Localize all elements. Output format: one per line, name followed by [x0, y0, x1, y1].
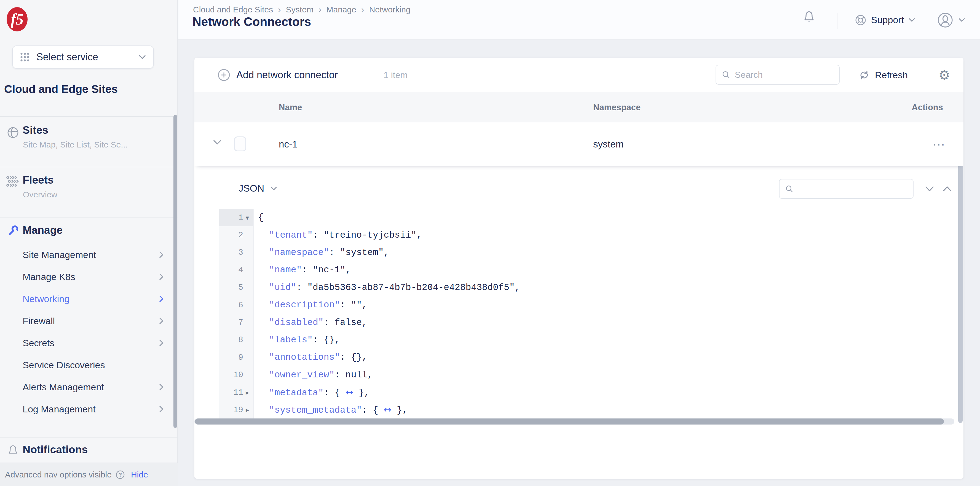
manage-submenu: Site ManagementManage K8sNetworkingFirew… — [0, 244, 178, 420]
table-search-input[interactable] — [735, 70, 834, 80]
code-token-punc: : — [329, 248, 340, 258]
sidebar-section-manage[interactable]: Manage — [0, 217, 178, 244]
sidebar-item-firewall[interactable]: Firewall — [0, 310, 178, 332]
sidebar-item-fleets-subtitle: Overview — [23, 190, 57, 199]
fold-toggle-icon[interactable]: ▾ — [243, 214, 251, 222]
notifications-bell-button[interactable] — [802, 10, 816, 24]
refresh-label: Refresh — [875, 70, 908, 81]
code-line[interactable]: 10 "owner_view": null, — [219, 366, 953, 384]
code-line-text[interactable]: "owner_view": null, — [254, 370, 373, 380]
refresh-icon — [858, 69, 870, 81]
line-gutter: 9 — [219, 349, 254, 366]
add-network-connector-button[interactable]: Add network connector — [218, 58, 338, 92]
column-header-name[interactable]: Name — [279, 92, 302, 122]
code-line-text[interactable]: "name": "nc-1", — [254, 265, 351, 275]
code-token-punc: : — [296, 283, 307, 293]
sidebar-item-manage-k8s[interactable]: Manage K8s — [0, 266, 178, 288]
code-token-punc — [258, 318, 269, 328]
vertical-scrollbar-thumb[interactable] — [958, 122, 963, 423]
select-service-button[interactable]: Select service — [12, 46, 154, 69]
code-line-text[interactable]: "description": "", — [254, 300, 367, 310]
code-token-punc — [258, 352, 269, 362]
wrench-icon — [6, 224, 19, 237]
breadcrumb-item[interactable]: Manage — [326, 5, 356, 14]
code-token-punc: : { — [324, 388, 345, 398]
horizontal-scrollbar-thumb[interactable] — [195, 418, 944, 424]
json-search-input[interactable] — [797, 184, 907, 194]
code-line-text[interactable]: "annotations": {}, — [254, 352, 367, 362]
support-menu[interactable]: Support — [854, 0, 915, 40]
sidebar-item-sites[interactable]: Sites Site Map, Site List, Site Se... — [0, 116, 178, 167]
code-token-punc: : — [324, 318, 335, 328]
sidebar-scrollbar[interactable] — [173, 115, 177, 428]
code-line[interactable]: 5 "uid": "da5b5363-ab87-4b7b-b204-e428b4… — [219, 279, 953, 296]
help-circle-icon[interactable]: ? — [116, 470, 125, 480]
sidebar-item-notifications[interactable]: Notifications — [0, 437, 178, 462]
breadcrumb-item[interactable]: System — [286, 5, 313, 14]
code-line-text[interactable]: "system_metadata": { ↔ }, — [254, 404, 408, 415]
column-header-namespace[interactable]: Namespace — [593, 92, 641, 122]
sidebar-item-site-management[interactable]: Site Management — [0, 244, 178, 266]
code-line[interactable]: 9 "annotations": {}, — [219, 349, 953, 366]
table-header: Name Namespace Actions — [194, 92, 964, 122]
f5-logo[interactable]: f5 — [6, 7, 27, 32]
sidebar-item-log-management[interactable]: Log Management — [0, 398, 178, 420]
row-checkbox[interactable] — [234, 137, 246, 151]
row-name[interactable]: nc-1 — [279, 122, 298, 166]
code-line[interactable]: 6 "description": "", — [219, 296, 953, 314]
code-line[interactable]: 2 "tenant": "treino-tyjcbsii", — [219, 226, 953, 244]
sidebar-item-alerts-management[interactable]: Alerts Management — [0, 376, 178, 398]
code-token-punc: : {}, — [340, 352, 367, 362]
breadcrumb: Cloud and Edge Sites›System›Manage›Netwo… — [193, 5, 410, 14]
horizontal-scrollbar[interactable] — [194, 418, 955, 424]
json-mode-dropdown[interactable]: JSON — [239, 183, 277, 194]
account-menu[interactable] — [937, 0, 966, 40]
line-gutter: 8 — [219, 331, 254, 349]
code-token-punc — [258, 283, 269, 293]
sidebar-item-label: Networking — [22, 294, 70, 304]
find-next-button[interactable] — [924, 186, 934, 192]
collapse-row-icon[interactable] — [213, 139, 222, 145]
code-line[interactable]: 1▾{ — [219, 209, 953, 226]
support-label: Support — [871, 14, 904, 25]
code-line[interactable]: 3 "namespace": "system", — [219, 244, 953, 261]
refresh-button[interactable]: Refresh — [858, 58, 908, 92]
code-line[interactable]: 19▸ "system_metadata": { ↔ }, — [219, 401, 953, 418]
sidebar-item-networking[interactable]: Networking — [0, 288, 178, 310]
breadcrumb-item[interactable]: Networking — [369, 5, 410, 14]
code-token-punc — [258, 370, 269, 380]
code-token-punc: { — [258, 213, 264, 223]
code-line-text[interactable]: "metadata": { ↔ }, — [254, 387, 369, 398]
code-line[interactable]: 4 "name": "nc-1", — [219, 261, 953, 279]
code-line-text[interactable]: { — [254, 213, 264, 223]
code-token-punc: : { — [362, 405, 383, 415]
code-line-text[interactable]: "namespace": "system", — [254, 248, 389, 258]
sidebar-item-secrets[interactable]: Secrets — [0, 332, 178, 354]
row-actions-menu[interactable]: ⋯ — [926, 122, 953, 166]
hide-advanced-nav-link[interactable]: Hide — [131, 470, 148, 480]
code-line-text[interactable]: "uid": "da5b5363-ab87-4b7b-b204-e428b438… — [254, 283, 520, 293]
code-token-arrow: ↔ — [383, 404, 391, 415]
code-token-punc: : — [334, 370, 345, 380]
sidebar-item-service-discoveries[interactable]: Service Discoveries — [0, 354, 178, 376]
code-line-text[interactable]: "tenant": "treino-tyjcbsii", — [254, 230, 422, 240]
code-token-val: "nc-1" — [313, 265, 345, 275]
fold-toggle-icon[interactable]: ▸ — [243, 406, 251, 414]
code-token-punc: , — [362, 300, 367, 310]
sidebar-item-fleets[interactable]: Fleets Overview — [0, 167, 178, 217]
line-number: 11 — [233, 388, 243, 397]
find-previous-button[interactable] — [942, 186, 952, 192]
code-line-text[interactable]: "labels": {}, — [254, 335, 340, 345]
code-line[interactable]: 11▸ "metadata": { ↔ }, — [219, 384, 953, 401]
code-line-text[interactable]: "disabled": false, — [254, 318, 367, 328]
code-token-key: "disabled" — [269, 318, 324, 328]
sidebar-item-label: Service Discoveries — [22, 360, 105, 370]
code-line[interactable]: 8 "labels": {}, — [219, 331, 953, 349]
chevron-down-icon — [270, 186, 277, 191]
fold-toggle-icon[interactable]: ▸ — [243, 389, 251, 396]
advanced-nav-label: Advanced nav options visible — [5, 470, 112, 480]
table-settings-button[interactable]: ⚙ — [939, 58, 950, 92]
code-line[interactable]: 7 "disabled": false, — [219, 314, 953, 331]
breadcrumb-item[interactable]: Cloud and Edge Sites — [193, 5, 273, 14]
line-gutter: 4 — [219, 261, 254, 279]
